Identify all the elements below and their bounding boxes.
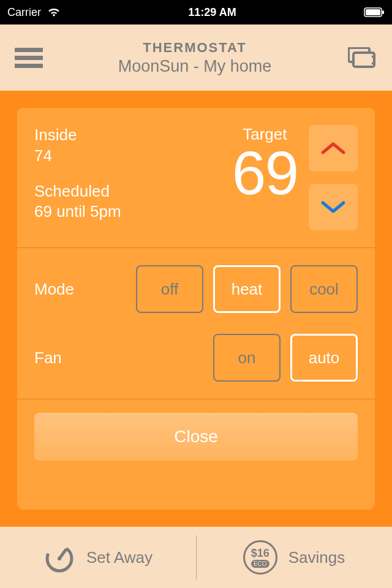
- fan-label: Fan: [34, 349, 213, 368]
- svg-rect-1: [366, 9, 380, 15]
- inside-value: 74: [34, 146, 232, 167]
- mode-row: Mode off heat cool: [34, 265, 358, 313]
- menu-icon[interactable]: [15, 44, 43, 72]
- bottom-bar: Set Away $16 ECO Savings: [0, 527, 392, 588]
- svg-rect-2: [382, 10, 384, 14]
- mode-option-heat[interactable]: heat: [213, 265, 281, 313]
- timer-icon: [43, 541, 75, 573]
- battery-icon: [364, 7, 385, 17]
- app-header: THERMOSTAT MoonSun - My home: [0, 24, 392, 91]
- close-section: Close: [34, 399, 358, 478]
- status-right: [364, 7, 385, 17]
- eco-badge: ECO: [251, 560, 270, 568]
- close-button[interactable]: Close: [34, 413, 358, 461]
- fan-option-auto[interactable]: auto: [290, 334, 358, 382]
- mode-option-cool[interactable]: cool: [290, 265, 358, 313]
- decrease-temp-button[interactable]: [309, 184, 358, 230]
- mode-option-off[interactable]: off: [136, 265, 203, 313]
- controls-section: Mode off heat cool Fan on auto: [34, 248, 358, 399]
- temperature-section: Inside 74 Scheduled 69 until 5pm Target …: [34, 108, 358, 247]
- mode-options: off heat cool: [136, 265, 358, 313]
- svg-point-7: [58, 557, 61, 560]
- scheduled-value: 69 until 5pm: [34, 202, 232, 222]
- scheduled-label: Scheduled: [34, 181, 232, 202]
- set-away-button[interactable]: Set Away: [0, 541, 196, 573]
- thermostat-card: Inside 74 Scheduled 69 until 5pm Target …: [17, 108, 375, 510]
- svg-rect-4: [353, 53, 374, 67]
- savings-amount: $16: [251, 548, 270, 559]
- eco-icon: $16 ECO: [243, 540, 277, 575]
- savings-label: Savings: [288, 548, 345, 567]
- wifi-icon: [47, 7, 61, 17]
- windows-icon[interactable]: [347, 47, 377, 68]
- target-group: Target 69: [232, 125, 358, 230]
- set-away-label: Set Away: [86, 548, 153, 567]
- page-subtitle: MoonSun - My home: [43, 57, 347, 76]
- fan-row: Fan on auto: [34, 334, 358, 382]
- status-time: 11:29 AM: [188, 6, 236, 19]
- fan-options: on auto: [213, 334, 358, 382]
- status-bar: Carrier 11:29 AM: [0, 0, 392, 24]
- increase-temp-button[interactable]: [309, 125, 358, 172]
- carrier-label: Carrier: [7, 6, 41, 19]
- main-panel: Inside 74 Scheduled 69 until 5pm Target …: [0, 91, 392, 527]
- header-center: THERMOSTAT MoonSun - My home: [43, 40, 347, 76]
- savings-button[interactable]: $16 ECO Savings: [196, 540, 392, 575]
- status-left: Carrier: [7, 6, 61, 19]
- inside-label: Inside: [34, 125, 232, 146]
- page-title: THERMOSTAT: [43, 40, 347, 56]
- fan-option-on[interactable]: on: [213, 334, 281, 382]
- target-value: 69: [232, 144, 298, 202]
- temp-readings: Inside 74 Scheduled 69 until 5pm: [34, 125, 232, 230]
- target-stepper: [309, 125, 358, 230]
- mode-label: Mode: [34, 280, 136, 299]
